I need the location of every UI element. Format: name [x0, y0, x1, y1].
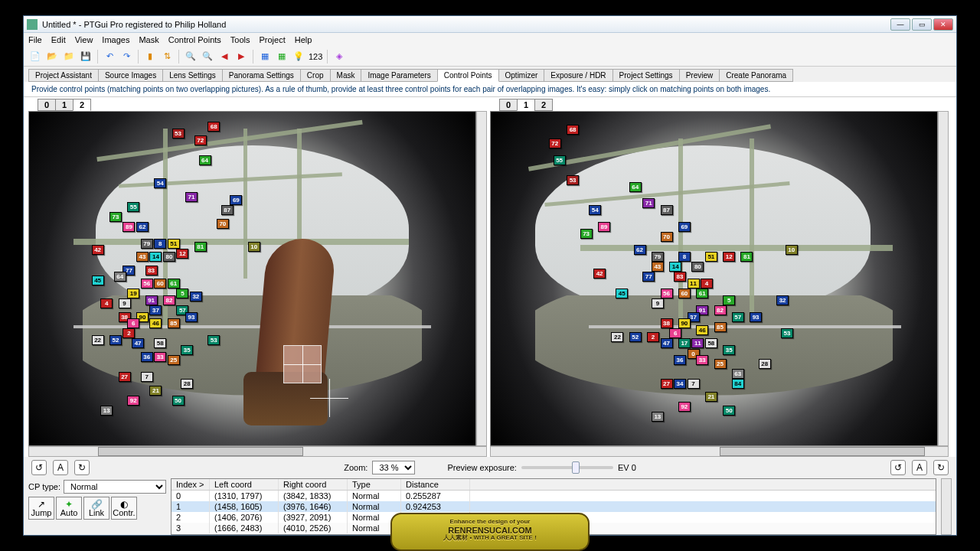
cp-marker[interactable]: 50 [172, 396, 185, 406]
cp-marker[interactable]: 73 [109, 212, 122, 222]
cp-marker[interactable]: 57 [732, 312, 744, 322]
table-header[interactable]: Right coord [279, 479, 348, 490]
cp-marker[interactable]: 60 [678, 289, 691, 298]
cp-marker[interactable]: 91 [145, 295, 158, 305]
cp-marker[interactable]: 47 [661, 338, 673, 348]
img-tab-1[interactable]: 1 [517, 99, 535, 111]
cp-marker[interactable]: 53 [207, 335, 220, 345]
cp-marker[interactable]: 64 [114, 272, 126, 282]
cp-marker[interactable]: 50 [723, 406, 735, 416]
zoom-in-icon[interactable]: 🔍 [184, 50, 198, 64]
cp-marker[interactable]: 42 [593, 269, 606, 279]
left-vscrollbar[interactable] [476, 111, 487, 446]
cp-marker[interactable]: 5 [176, 289, 188, 298]
cp-marker[interactable]: 80 [691, 262, 704, 272]
cp-marker[interactable]: 92 [127, 396, 139, 406]
tab-image-parameters[interactable]: Image Parameters [361, 69, 437, 82]
cp-marker[interactable]: 89 [122, 222, 135, 232]
cp-marker[interactable]: 6 [669, 328, 681, 338]
cp-marker[interactable]: 51 [705, 252, 717, 262]
rotate-ccw-right-button[interactable]: ↺ [890, 460, 906, 475]
cp-marker[interactable]: 6 [127, 318, 139, 328]
menu-view[interactable]: View [75, 35, 93, 44]
undo-icon[interactable]: ↶ [103, 50, 116, 64]
cp-marker[interactable]: 51 [168, 239, 180, 249]
cp-marker[interactable]: 84 [732, 379, 744, 389]
cp-marker[interactable]: 55 [127, 202, 139, 212]
cp-marker[interactable]: 35 [181, 345, 193, 355]
cp-marker[interactable]: 43 [652, 262, 664, 272]
cp-marker[interactable]: 43 [136, 252, 149, 262]
tab-exposure---hdr[interactable]: Exposure / HDR [544, 69, 612, 82]
menu-edit[interactable]: Edit [51, 35, 66, 44]
cp-marker[interactable]: 81 [740, 252, 753, 262]
auto-button[interactable]: ✦Auto [56, 497, 82, 520]
maximize-button[interactable]: ▭ [912, 18, 932, 31]
tag-icon[interactable]: ◈ [332, 50, 346, 64]
cp-marker[interactable]: 11 [691, 338, 704, 348]
cp-marker[interactable]: 60 [154, 279, 166, 289]
jump-button[interactable]: ↗Jump [28, 497, 54, 520]
a-left-button[interactable]: A [53, 460, 68, 475]
cp-marker[interactable]: 33 [154, 352, 166, 362]
cp-marker[interactable]: 70 [661, 232, 673, 242]
tab-preview[interactable]: Preview [679, 69, 720, 82]
table-row[interactable]: 1(1458, 1605)(3976, 1646)Normal0.924253 [172, 501, 936, 512]
menu-project[interactable]: Project [260, 35, 286, 44]
cp-marker[interactable]: 2 [647, 332, 659, 342]
cp-marker[interactable]: 46 [696, 325, 708, 335]
cp-marker[interactable]: 22 [92, 335, 104, 345]
cp-marker[interactable]: 47 [132, 338, 144, 348]
cp-marker[interactable]: 85 [714, 322, 727, 332]
cp-marker[interactable]: 38 [661, 318, 673, 328]
cp-marker[interactable]: 92 [678, 402, 691, 412]
cp-marker[interactable]: 11 [688, 279, 700, 289]
cp-marker[interactable]: 7 [688, 379, 700, 389]
cp-marker[interactable]: 25 [168, 355, 180, 365]
table-header[interactable]: Distance [401, 479, 470, 490]
a-right-button[interactable]: A [912, 460, 927, 475]
cp-marker[interactable]: 87 [661, 205, 673, 215]
cp-marker[interactable]: 73 [580, 229, 593, 239]
cp-marker[interactable]: 25 [714, 359, 727, 369]
cp-marker[interactable]: 70 [217, 219, 229, 229]
cp-marker[interactable]: 28 [181, 379, 193, 389]
img-tab-1[interactable]: 1 [55, 99, 74, 111]
cp-marker[interactable]: 10 [786, 245, 798, 255]
cp-marker[interactable]: 9 [119, 298, 131, 308]
bulb-icon[interactable]: 💡 [292, 50, 305, 64]
grid2-icon[interactable]: ▦ [275, 50, 289, 64]
cp-marker[interactable]: 35 [723, 345, 735, 355]
cp-marker[interactable]: 80 [163, 252, 175, 262]
cp-marker[interactable]: 27 [661, 379, 673, 389]
tab-panorama-settings[interactable]: Panorama Settings [222, 69, 301, 82]
cp-marker[interactable]: 58 [705, 338, 717, 348]
tab-crop[interactable]: Crop [300, 69, 331, 82]
cp-marker[interactable]: 36 [141, 352, 153, 362]
cp-marker[interactable]: 72 [194, 135, 207, 145]
cp-marker[interactable]: 21 [149, 386, 162, 396]
cp-marker[interactable]: 83 [145, 266, 158, 276]
grid1-icon[interactable]: ▦ [258, 50, 272, 64]
cp-marker[interactable]: 2 [122, 328, 135, 338]
table-row[interactable]: 0(1310, 1797)(3842, 1833)Normal0.255287 [172, 491, 936, 501]
img-tab-2[interactable]: 2 [73, 99, 91, 111]
rotate-cw-right-button[interactable]: ↻ [933, 460, 949, 475]
cp-marker[interactable]: 68 [567, 125, 579, 135]
cp-marker[interactable]: 63 [732, 369, 744, 379]
tab-control-points[interactable]: Control Points [437, 69, 499, 82]
tab-create-panorama[interactable]: Create Panorama [719, 69, 793, 82]
cp-marker[interactable]: 12 [176, 249, 188, 259]
cp-marker[interactable]: 22 [611, 332, 623, 342]
table-header[interactable]: Index > [172, 479, 210, 490]
cp-marker[interactable]: 89 [598, 222, 610, 232]
cp-marker[interactable]: 62 [634, 245, 646, 255]
tab-optimizer[interactable]: Optimizer [498, 69, 545, 82]
cp-marker[interactable]: 71 [642, 198, 655, 208]
left-image-view[interactable]: 5372686454718769735570896242798518110431… [28, 111, 476, 446]
cp-marker[interactable]: 81 [194, 242, 207, 252]
rotate-cw-left-button[interactable]: ↻ [74, 460, 90, 475]
right-vscrollbar[interactable] [938, 111, 949, 446]
cp-marker[interactable]: 53 [567, 175, 579, 185]
cp-marker[interactable]: 21 [705, 392, 717, 402]
